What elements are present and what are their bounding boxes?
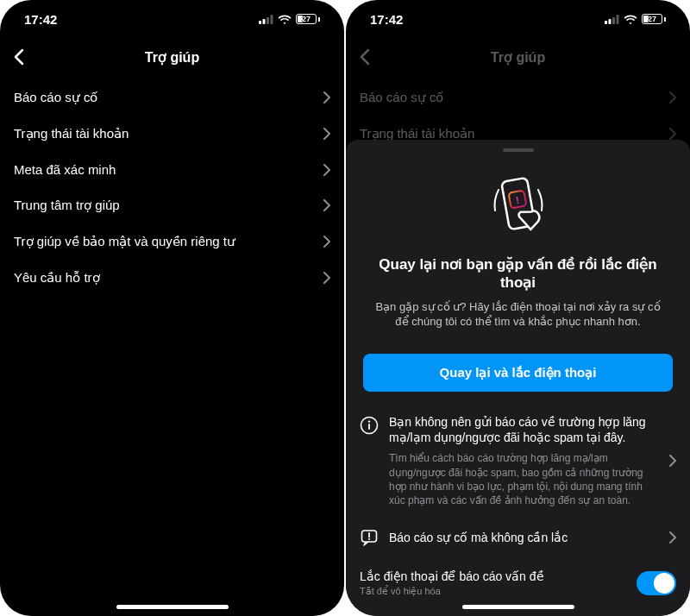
list-item-label: Báo cáo sự cố — [14, 90, 97, 105]
svg-rect-0 — [259, 21, 261, 24]
list-item-privacy-security-help[interactable]: Trợ giúp về bảo mật và quyền riêng tư — [0, 223, 344, 260]
phone-right: 17:42 27 Trợ giúp Báo cáo sự cố Trạng th… — [346, 0, 690, 616]
report-bubble-icon — [360, 528, 379, 547]
home-indicator[interactable] — [462, 605, 574, 609]
switch-knob — [654, 573, 674, 594]
chevron-right-icon — [323, 128, 330, 140]
sheet-title: Quay lại nơi bạn gặp vấn đề rồi lắc điện… — [370, 255, 666, 292]
toggle-text: Lắc điện thoại để báo cáo vấn đề Tắt để … — [360, 569, 637, 597]
shake-phone-illustration-icon: ! — [370, 166, 666, 243]
toggle-label: Lắc điện thoại để báo cáo vấn đề — [360, 569, 637, 583]
info-circle-icon — [360, 416, 379, 435]
svg-rect-1 — [263, 19, 266, 24]
shake-to-report-toggle-row: Lắc điện thoại để báo cáo vấn đề Tắt để … — [346, 559, 690, 597]
help-list: Báo cáo sự cố Trạng thái tài khoản Meta … — [0, 76, 344, 616]
sheet-hero: ! Quay lại nơi bạn gặp vấn đề rồi lắc — [346, 159, 690, 342]
svg-rect-2 — [267, 17, 269, 24]
phone-left: 17:42 27 Trợ giúp Báo cáo sự cố Trạng th… — [0, 0, 344, 616]
list-item-support-requests[interactable]: Yêu cầu hỗ trợ — [0, 260, 344, 296]
chevron-right-icon — [669, 531, 676, 544]
page-title: Trợ giúp — [145, 49, 199, 66]
wifi-icon — [278, 15, 292, 24]
nav-header: Trợ giúp — [0, 38, 344, 76]
list-item-help-center[interactable]: Trung tâm trợ giúp — [0, 187, 344, 223]
battery-icon: 27 — [296, 14, 320, 24]
list-item-label: Trung tâm trợ giúp — [14, 198, 120, 213]
info-text: Bạn không nên gửi báo cáo về trường hợp … — [389, 414, 659, 508]
abuse-report-info-row[interactable]: Bạn không nên gửi báo cáo về trường hợp … — [346, 404, 690, 517]
chevron-right-icon — [323, 91, 330, 104]
list-item-meta-verified[interactable]: Meta đã xác minh — [0, 152, 344, 187]
svg-rect-3 — [271, 15, 273, 24]
chevron-right-icon — [323, 272, 330, 284]
toggle-subtitle: Tắt để vô hiệu hóa — [360, 586, 637, 597]
sheet-drag-handle[interactable] — [503, 148, 534, 152]
back-button[interactable] — [14, 48, 24, 66]
chevron-right-icon — [323, 164, 330, 176]
list-item-label: Trợ giúp về bảo mật và quyền riêng tư — [14, 234, 235, 249]
list-item-report-issue[interactable]: Báo cáo sự cố — [0, 79, 344, 116]
list-item-label: Meta đã xác minh — [14, 162, 116, 177]
list-item-label: Trạng thái tài khoản — [14, 126, 129, 141]
info-title: Bạn không nên gửi báo cáo về trường hợp … — [389, 414, 659, 447]
status-bar: 17:42 27 — [0, 0, 344, 38]
info-subtitle: Tìm hiểu cách báo cáo trường hợp lăng mạ… — [389, 451, 659, 507]
button-label: Quay lại và lắc điện thoại — [440, 365, 597, 380]
report-label: Báo cáo sự cố mà không cần lắc — [389, 531, 659, 544]
chevron-right-icon — [669, 455, 676, 467]
chevron-right-icon — [323, 236, 330, 248]
svg-point-16 — [368, 538, 370, 540]
go-back-and-shake-button[interactable]: Quay lại và lắc điện thoại — [363, 354, 673, 392]
home-indicator[interactable] — [116, 605, 229, 609]
status-right: 27 — [259, 14, 320, 24]
report-without-shake-row[interactable]: Báo cáo sự cố mà không cần lắc — [346, 516, 690, 559]
sheet-description: Bạn gặp sự cố ư? Hãy lắc điện thoại tại … — [370, 299, 666, 330]
cellular-signal-icon — [259, 15, 273, 24]
bottom-sheet: ! Quay lại nơi bạn gặp vấn đề rồi lắc — [346, 140, 690, 616]
svg-rect-13 — [368, 424, 370, 430]
status-time: 17:42 — [24, 12, 57, 27]
list-item-account-status[interactable]: Trạng thái tài khoản — [0, 116, 344, 152]
chevron-right-icon — [323, 199, 330, 211]
list-item-label: Yêu cầu hỗ trợ — [14, 270, 100, 286]
svg-point-12 — [368, 420, 370, 422]
shake-to-report-switch[interactable] — [637, 571, 676, 595]
bottom-sheet-backdrop[interactable]: ! Quay lại nơi bạn gặp vấn đề rồi lắc — [346, 0, 690, 616]
